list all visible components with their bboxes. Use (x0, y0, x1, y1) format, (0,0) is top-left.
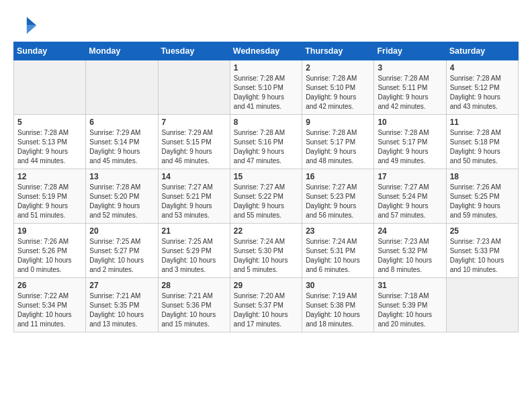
calendar-cell: 13Sunrise: 7:28 AM Sunset: 5:20 PM Dayli… (86, 169, 158, 224)
day-info: Sunrise: 7:21 AM Sunset: 5:36 PM Dayligh… (162, 291, 226, 329)
day-header-sunday: Sunday (14, 42, 86, 60)
calendar-week-4: 19Sunrise: 7:26 AM Sunset: 5:26 PM Dayli… (14, 224, 519, 278)
calendar-week-2: 5Sunrise: 7:28 AM Sunset: 5:13 PM Daylig… (14, 115, 519, 169)
calendar-cell: 23Sunrise: 7:24 AM Sunset: 5:31 PM Dayli… (302, 224, 374, 278)
day-number: 10 (378, 118, 442, 127)
day-info: Sunrise: 7:21 AM Sunset: 5:35 PM Dayligh… (89, 291, 154, 329)
svg-marker-0 (27, 17, 36, 26)
day-number: 13 (89, 172, 154, 181)
day-header-friday: Friday (374, 42, 446, 60)
calendar-table: SundayMondayTuesdayWednesdayThursdayFrid… (13, 42, 519, 332)
day-info: Sunrise: 7:24 AM Sunset: 5:31 PM Dayligh… (306, 237, 370, 275)
calendar-cell: 8Sunrise: 7:28 AM Sunset: 5:16 PM Daylig… (230, 115, 302, 169)
day-number: 30 (306, 281, 370, 290)
day-info: Sunrise: 7:29 AM Sunset: 5:14 PM Dayligh… (89, 128, 154, 166)
day-number: 14 (162, 172, 226, 181)
calendar-cell: 28Sunrise: 7:21 AM Sunset: 5:36 PM Dayli… (158, 278, 230, 332)
calendar-cell: 2Sunrise: 7:28 AM Sunset: 5:10 PM Daylig… (302, 60, 374, 115)
day-info: Sunrise: 7:25 AM Sunset: 5:29 PM Dayligh… (162, 237, 226, 275)
calendar-cell: 18Sunrise: 7:26 AM Sunset: 5:25 PM Dayli… (446, 169, 518, 224)
calendar-cell: 5Sunrise: 7:28 AM Sunset: 5:13 PM Daylig… (14, 115, 86, 169)
day-info: Sunrise: 7:25 AM Sunset: 5:27 PM Dayligh… (89, 237, 154, 275)
calendar-cell: 16Sunrise: 7:27 AM Sunset: 5:23 PM Dayli… (302, 169, 374, 224)
calendar-cell: 25Sunrise: 7:23 AM Sunset: 5:33 PM Dayli… (446, 224, 518, 278)
logo (13, 12, 39, 36)
day-info: Sunrise: 7:23 AM Sunset: 5:32 PM Dayligh… (378, 237, 442, 275)
day-number: 7 (162, 118, 226, 127)
day-number: 11 (450, 118, 515, 127)
calendar-cell: 19Sunrise: 7:26 AM Sunset: 5:26 PM Dayli… (14, 224, 86, 278)
calendar-cell: 6Sunrise: 7:29 AM Sunset: 5:14 PM Daylig… (86, 115, 158, 169)
calendar-week-3: 12Sunrise: 7:28 AM Sunset: 5:19 PM Dayli… (14, 169, 519, 224)
day-number: 24 (378, 226, 442, 236)
day-info: Sunrise: 7:24 AM Sunset: 5:30 PM Dayligh… (234, 237, 298, 275)
day-number: 15 (234, 172, 298, 181)
day-info: Sunrise: 7:26 AM Sunset: 5:26 PM Dayligh… (17, 237, 82, 275)
day-number: 29 (234, 281, 298, 290)
calendar-week-1: 1Sunrise: 7:28 AM Sunset: 5:10 PM Daylig… (14, 60, 519, 115)
day-info: Sunrise: 7:28 AM Sunset: 5:12 PM Dayligh… (450, 74, 515, 111)
day-info: Sunrise: 7:27 AM Sunset: 5:22 PM Dayligh… (234, 183, 298, 220)
page: SundayMondayTuesdayWednesdayThursdayFrid… (0, 0, 532, 342)
svg-marker-1 (27, 26, 36, 34)
day-info: Sunrise: 7:28 AM Sunset: 5:16 PM Dayligh… (234, 128, 298, 166)
calendar-cell: 21Sunrise: 7:25 AM Sunset: 5:29 PM Dayli… (158, 224, 230, 278)
day-header-tuesday: Tuesday (158, 42, 230, 60)
calendar-cell (14, 60, 86, 115)
day-header-saturday: Saturday (446, 42, 518, 60)
day-number: 23 (306, 226, 370, 236)
calendar-week-5: 26Sunrise: 7:22 AM Sunset: 5:34 PM Dayli… (14, 278, 519, 332)
calendar-cell: 24Sunrise: 7:23 AM Sunset: 5:32 PM Dayli… (374, 224, 446, 278)
calendar-cell: 29Sunrise: 7:20 AM Sunset: 5:37 PM Dayli… (230, 278, 302, 332)
calendar-cell: 3Sunrise: 7:28 AM Sunset: 5:11 PM Daylig… (374, 60, 446, 115)
day-number: 4 (450, 63, 515, 73)
calendar-cell: 10Sunrise: 7:28 AM Sunset: 5:17 PM Dayli… (374, 115, 446, 169)
day-number: 20 (89, 226, 154, 236)
day-number: 28 (162, 281, 226, 290)
day-number: 27 (89, 281, 154, 290)
header (13, 12, 519, 36)
logo-icon (13, 12, 38, 36)
calendar-cell: 4Sunrise: 7:28 AM Sunset: 5:12 PM Daylig… (446, 60, 518, 115)
calendar-cell (158, 60, 230, 115)
day-info: Sunrise: 7:28 AM Sunset: 5:20 PM Dayligh… (89, 183, 154, 220)
day-info: Sunrise: 7:27 AM Sunset: 5:23 PM Dayligh… (306, 183, 370, 220)
calendar-cell: 30Sunrise: 7:19 AM Sunset: 5:38 PM Dayli… (302, 278, 374, 332)
day-info: Sunrise: 7:28 AM Sunset: 5:10 PM Dayligh… (234, 74, 298, 111)
day-number: 1 (234, 63, 298, 73)
calendar-cell (86, 60, 158, 115)
day-info: Sunrise: 7:23 AM Sunset: 5:33 PM Dayligh… (450, 237, 515, 275)
calendar-cell: 17Sunrise: 7:27 AM Sunset: 5:24 PM Dayli… (374, 169, 446, 224)
calendar-cell: 11Sunrise: 7:28 AM Sunset: 5:18 PM Dayli… (446, 115, 518, 169)
day-number: 8 (234, 118, 298, 127)
day-number: 16 (306, 172, 370, 181)
day-info: Sunrise: 7:28 AM Sunset: 5:17 PM Dayligh… (306, 128, 370, 166)
day-number: 18 (450, 172, 515, 181)
day-number: 9 (306, 118, 370, 127)
calendar-cell: 1Sunrise: 7:28 AM Sunset: 5:10 PM Daylig… (230, 60, 302, 115)
day-info: Sunrise: 7:28 AM Sunset: 5:17 PM Dayligh… (378, 128, 442, 166)
day-number: 19 (17, 226, 82, 236)
day-number: 22 (234, 226, 298, 236)
day-number: 26 (17, 281, 82, 290)
day-info: Sunrise: 7:28 AM Sunset: 5:18 PM Dayligh… (450, 128, 515, 166)
calendar-cell: 31Sunrise: 7:18 AM Sunset: 5:39 PM Dayli… (374, 278, 446, 332)
day-number: 5 (17, 118, 82, 127)
day-number: 31 (378, 281, 442, 290)
calendar-cell: 22Sunrise: 7:24 AM Sunset: 5:30 PM Dayli… (230, 224, 302, 278)
day-info: Sunrise: 7:19 AM Sunset: 5:38 PM Dayligh… (306, 291, 370, 329)
calendar-cell: 12Sunrise: 7:28 AM Sunset: 5:19 PM Dayli… (14, 169, 86, 224)
day-number: 25 (450, 226, 515, 236)
calendar-cell: 27Sunrise: 7:21 AM Sunset: 5:35 PM Dayli… (86, 278, 158, 332)
day-info: Sunrise: 7:28 AM Sunset: 5:19 PM Dayligh… (17, 183, 82, 220)
day-info: Sunrise: 7:28 AM Sunset: 5:10 PM Dayligh… (306, 74, 370, 111)
calendar-cell (446, 278, 518, 332)
day-header-monday: Monday (86, 42, 158, 60)
calendar-cell: 26Sunrise: 7:22 AM Sunset: 5:34 PM Dayli… (14, 278, 86, 332)
day-info: Sunrise: 7:22 AM Sunset: 5:34 PM Dayligh… (17, 291, 82, 329)
day-header-thursday: Thursday (302, 42, 374, 60)
day-header-wednesday: Wednesday (230, 42, 302, 60)
calendar-cell: 9Sunrise: 7:28 AM Sunset: 5:17 PM Daylig… (302, 115, 374, 169)
calendar-cell: 20Sunrise: 7:25 AM Sunset: 5:27 PM Dayli… (86, 224, 158, 278)
day-info: Sunrise: 7:20 AM Sunset: 5:37 PM Dayligh… (234, 291, 298, 329)
